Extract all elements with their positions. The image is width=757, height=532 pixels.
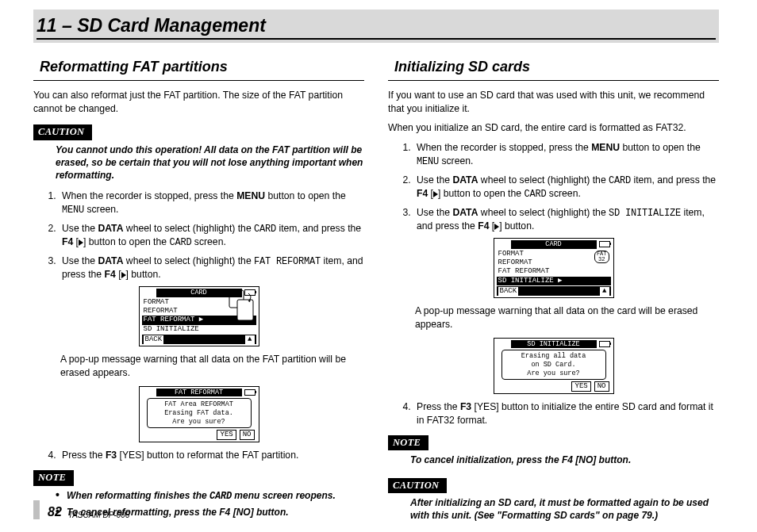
init-steps: When the recorder is stopped, press the … — [388, 141, 719, 233]
init-note: To cancel initialization, press the F4 [… — [410, 454, 719, 466]
step-2: Use the DATA wheel to select (highlight)… — [59, 222, 364, 250]
note-label: NOTE — [388, 435, 428, 450]
lcd-sd-init-dialog: SD INITIALIZE Erasing all data on SD Car… — [388, 338, 719, 395]
init-steps-2: Press the F3 [YES] button to initialize … — [388, 400, 719, 427]
caution-label: CAUTION — [388, 478, 447, 493]
battery-icon — [599, 241, 610, 247]
caution-label: CAUTION — [33, 124, 92, 140]
init-intro2: When you initialize an SD card, the enti… — [388, 121, 719, 135]
step-3: Use the DATA wheel to select (highlight)… — [413, 206, 719, 233]
reformat-steps: When the recorder is stopped, press the … — [33, 189, 364, 281]
popup-warning-text: A pop-up message warning that all data o… — [60, 353, 364, 380]
footer-tab — [33, 500, 40, 519]
caution-body: You cannot undo this operation! All data… — [56, 144, 364, 182]
lcd-card-screen: CARD FORMAT REFORMAT FAT REFORMAT ▶ SD I… — [33, 286, 364, 346]
section-title-initialize: Initializing SD cards — [388, 57, 719, 81]
battery-icon — [599, 341, 610, 347]
step-2: Use the DATA wheel to select (highlight)… — [413, 174, 719, 201]
step-3: Use the DATA wheel to select (highlight)… — [59, 255, 364, 281]
manual-page: 11 – SD Card Management Reformatting FAT… — [0, 0, 757, 532]
lcd-fat-reformat-dialog: FAT REFORMAT FAT Area REFORMAT Erasing F… — [33, 386, 364, 443]
fat32-badge: FAT 32 — [594, 251, 609, 263]
page-footer: 82 TASCAM DP-006 — [33, 500, 129, 519]
note-label: NOTE — [33, 470, 74, 485]
reformat-intro: You can also reformat just the FAT parti… — [33, 89, 364, 116]
product-name: TASCAM DP-006 — [68, 511, 130, 519]
page-number: 82 — [48, 505, 62, 519]
sd-card-icon — [228, 289, 256, 323]
chapter-title: 11 – SD Card Management — [37, 15, 716, 40]
step-1: When the recorder is stopped, press the … — [59, 189, 364, 216]
chapter-bar: 11 – SD Card Management — [33, 10, 719, 43]
init-caution: After initializing an SD card, it must b… — [410, 496, 719, 522]
left-column: Reformatting FAT partitions You can also… — [33, 57, 364, 530]
popup-warning-text: A pop-up message warning that all data o… — [415, 304, 719, 331]
step-4: Press the F3 [YES] button to initialize … — [413, 400, 719, 427]
lcd-card-screen-init: CARD FAT 32 FORMAT REFORMAT FAT REFORMAT… — [388, 238, 719, 298]
section-title-reformat: Reformatting FAT partitions — [33, 57, 364, 81]
step-4: Press the F3 [YES] button to reformat th… — [59, 449, 364, 462]
step-1: When the recorder is stopped, press the … — [413, 141, 719, 168]
right-column: Initializing SD cards If you want to use… — [388, 57, 719, 530]
reformat-steps-2: Press the F3 [YES] button to reformat th… — [33, 449, 364, 462]
svg-rect-1 — [237, 300, 253, 320]
init-intro1: If you want to use an SD card that was u… — [388, 89, 719, 116]
battery-icon — [244, 389, 256, 396]
content-columns: Reformatting FAT partitions You can also… — [33, 57, 719, 530]
